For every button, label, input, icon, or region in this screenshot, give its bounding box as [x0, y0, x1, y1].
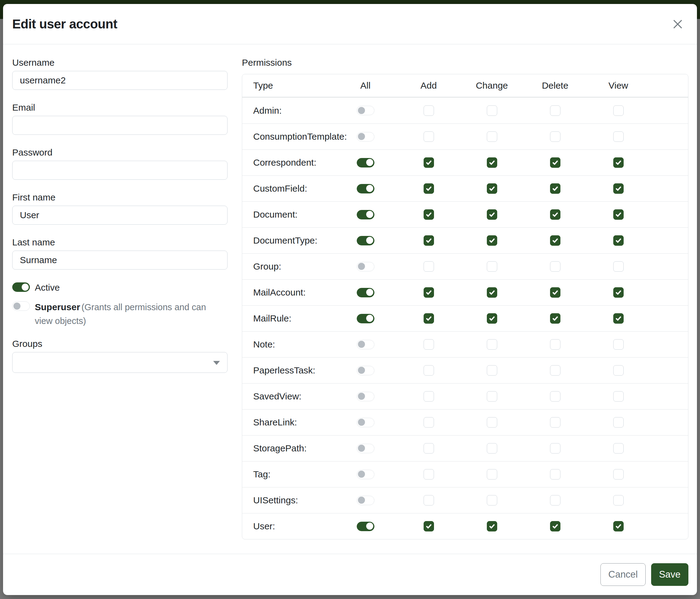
- permission-add-checkbox-documenttype[interactable]: [424, 235, 434, 246]
- permission-all-toggle-paperlesstask[interactable]: [357, 366, 374, 375]
- permission-view-checkbox-note[interactable]: [613, 339, 624, 350]
- permission-change-checkbox-correspondent[interactable]: [487, 158, 497, 168]
- permission-add-checkbox-savedview[interactable]: [424, 391, 434, 402]
- permission-delete-checkbox-customfield[interactable]: [550, 183, 560, 194]
- permission-add-checkbox-user[interactable]: [424, 521, 434, 531]
- permission-delete-checkbox-sharelink[interactable]: [550, 417, 560, 428]
- permission-view-checkbox-consumptiontemplate[interactable]: [613, 131, 624, 142]
- permission-all-toggle-sharelink[interactable]: [357, 418, 374, 427]
- permission-change-checkbox-note[interactable]: [487, 339, 497, 350]
- permission-all-toggle-documenttype[interactable]: [357, 236, 374, 245]
- permission-type-label: StoragePath:: [242, 443, 334, 454]
- permission-add-checkbox-mailaccount[interactable]: [424, 287, 434, 298]
- permission-view-checkbox-storagepath[interactable]: [613, 443, 624, 454]
- permission-all-toggle-user[interactable]: [357, 522, 374, 531]
- permission-delete-checkbox-tag[interactable]: [550, 469, 560, 480]
- username-input[interactable]: [12, 71, 227, 90]
- password-input[interactable]: [12, 161, 227, 180]
- permission-change-checkbox-consumptiontemplate[interactable]: [487, 131, 497, 142]
- permission-add-checkbox-mailrule[interactable]: [424, 313, 434, 324]
- permission-add-checkbox-paperlesstask[interactable]: [424, 365, 434, 376]
- permission-type-label: Tag:: [242, 469, 334, 480]
- permission-view-checkbox-mailaccount[interactable]: [613, 287, 624, 298]
- permission-all-toggle-note[interactable]: [357, 340, 374, 349]
- permission-view-checkbox-savedview[interactable]: [613, 391, 624, 402]
- permission-type-label: Note:: [242, 339, 334, 350]
- permission-all-toggle-correspondent[interactable]: [357, 158, 374, 167]
- permission-change-checkbox-tag[interactable]: [487, 469, 497, 480]
- permission-add-checkbox-group[interactable]: [424, 261, 434, 272]
- active-toggle[interactable]: [12, 282, 30, 292]
- permission-add-checkbox-tag[interactable]: [424, 469, 434, 480]
- permission-all-toggle-document[interactable]: [357, 210, 374, 219]
- permission-delete-checkbox-document[interactable]: [550, 209, 560, 220]
- permission-change-checkbox-group[interactable]: [487, 261, 497, 272]
- permission-change-checkbox-documenttype[interactable]: [487, 235, 497, 246]
- email-input[interactable]: [12, 116, 227, 135]
- permission-change-checkbox-sharelink[interactable]: [487, 417, 497, 428]
- permission-all-toggle-customfield[interactable]: [357, 184, 374, 193]
- permission-change-checkbox-admin[interactable]: [487, 105, 497, 116]
- permission-add-checkbox-note[interactable]: [424, 339, 434, 350]
- permission-view-checkbox-uisettings[interactable]: [613, 495, 624, 505]
- permission-delete-checkbox-correspondent[interactable]: [550, 158, 560, 168]
- permission-delete-checkbox-note[interactable]: [550, 339, 560, 350]
- permission-change-checkbox-customfield[interactable]: [487, 183, 497, 194]
- permission-delete-checkbox-mailrule[interactable]: [550, 313, 560, 324]
- superuser-toggle[interactable]: [12, 301, 30, 311]
- permission-delete-checkbox-documenttype[interactable]: [550, 235, 560, 246]
- permission-add-checkbox-correspondent[interactable]: [424, 158, 434, 168]
- permission-add-checkbox-consumptiontemplate[interactable]: [424, 131, 434, 142]
- permission-add-checkbox-sharelink[interactable]: [424, 417, 434, 428]
- permission-delete-checkbox-consumptiontemplate[interactable]: [550, 131, 560, 142]
- permission-delete-checkbox-mailaccount[interactable]: [550, 287, 560, 298]
- permission-change-checkbox-user[interactable]: [487, 521, 497, 531]
- permission-change-checkbox-paperlesstask[interactable]: [487, 365, 497, 376]
- permission-view-checkbox-customfield[interactable]: [613, 183, 624, 194]
- permission-change-checkbox-savedview[interactable]: [487, 391, 497, 402]
- permission-delete-checkbox-savedview[interactable]: [550, 391, 560, 402]
- first-name-input[interactable]: [12, 206, 227, 224]
- cancel-button[interactable]: Cancel: [600, 563, 646, 586]
- permission-all-toggle-mailaccount[interactable]: [357, 288, 374, 297]
- permission-view-checkbox-user[interactable]: [613, 521, 624, 531]
- permission-view-checkbox-documenttype[interactable]: [613, 235, 624, 246]
- close-button[interactable]: [671, 17, 685, 31]
- permission-delete-checkbox-admin[interactable]: [550, 105, 560, 116]
- permission-view-checkbox-correspondent[interactable]: [613, 158, 624, 168]
- permission-all-toggle-consumptiontemplate[interactable]: [357, 132, 374, 142]
- permission-add-checkbox-document[interactable]: [424, 209, 434, 220]
- permission-change-checkbox-document[interactable]: [487, 209, 497, 220]
- permission-view-checkbox-mailrule[interactable]: [613, 313, 624, 324]
- permission-change-checkbox-storagepath[interactable]: [487, 443, 497, 454]
- permission-view-checkbox-tag[interactable]: [613, 469, 624, 480]
- permission-all-toggle-savedview[interactable]: [357, 392, 374, 401]
- permission-delete-checkbox-storagepath[interactable]: [550, 443, 560, 454]
- permission-view-checkbox-paperlesstask[interactable]: [613, 365, 624, 376]
- permission-add-checkbox-admin[interactable]: [424, 105, 434, 116]
- permission-add-checkbox-storagepath[interactable]: [424, 443, 434, 454]
- column-header-change: Change: [460, 80, 523, 91]
- permission-delete-checkbox-user[interactable]: [550, 521, 560, 531]
- permission-all-toggle-mailrule[interactable]: [357, 314, 374, 324]
- permission-change-checkbox-uisettings[interactable]: [487, 495, 497, 505]
- permission-delete-checkbox-group[interactable]: [550, 261, 560, 272]
- permission-view-checkbox-document[interactable]: [613, 209, 624, 220]
- permission-change-checkbox-mailrule[interactable]: [487, 313, 497, 324]
- permission-view-checkbox-sharelink[interactable]: [613, 417, 624, 428]
- permission-add-checkbox-uisettings[interactable]: [424, 495, 434, 505]
- permission-add-checkbox-customfield[interactable]: [424, 183, 434, 194]
- permission-delete-checkbox-paperlesstask[interactable]: [550, 365, 560, 376]
- save-button[interactable]: Save: [651, 563, 689, 586]
- last-name-input[interactable]: [12, 250, 227, 269]
- permission-change-checkbox-mailaccount[interactable]: [487, 287, 497, 298]
- permission-all-toggle-uisettings[interactable]: [357, 496, 374, 505]
- permission-all-toggle-storagepath[interactable]: [357, 444, 374, 453]
- permission-delete-checkbox-uisettings[interactable]: [550, 495, 560, 505]
- permission-view-checkbox-admin[interactable]: [613, 105, 624, 116]
- permission-all-toggle-group[interactable]: [357, 262, 374, 271]
- groups-select[interactable]: [12, 352, 227, 373]
- permission-all-toggle-admin[interactable]: [357, 106, 374, 115]
- permission-all-toggle-tag[interactable]: [357, 470, 374, 479]
- permission-view-checkbox-group[interactable]: [613, 261, 624, 272]
